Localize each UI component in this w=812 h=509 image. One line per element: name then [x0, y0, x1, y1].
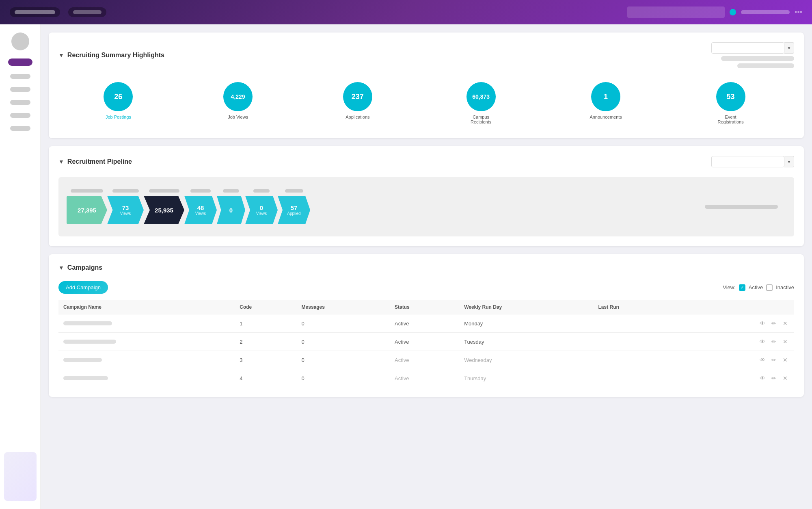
pipeline-dropdown-bar[interactable] [711, 156, 784, 167]
campaign-name-cell [58, 369, 235, 388]
chevron-down-icon[interactable]: ▼ [58, 52, 64, 58]
active-label: Active [749, 284, 763, 290]
row-actions: 👁 ✏ ✕ [685, 356, 789, 364]
view-label: View: [723, 284, 736, 290]
pipeline-bar-7 [285, 189, 303, 193]
pipeline-step-5: 0 [217, 189, 245, 224]
stat-label-announcements: Announcements [590, 115, 622, 119]
add-campaign-button[interactable]: Add Campaign [58, 281, 108, 294]
delete-icon[interactable]: ✕ [781, 319, 789, 327]
recruitment-pipeline-title-text: Recruitment Pipeline [67, 158, 132, 165]
campaign-last-run-cell [594, 333, 680, 351]
edit-icon[interactable]: ✏ [770, 319, 778, 327]
row-actions: 👁 ✏ ✕ [685, 319, 789, 327]
inactive-checkbox[interactable] [766, 284, 773, 291]
campaign-name-placeholder [63, 358, 102, 362]
stat-applications: 237 Applications [343, 82, 372, 119]
sidebar-item-3[interactable] [10, 100, 30, 105]
table-row: 2 0 Active Tuesday 👁 ✏ ✕ [58, 333, 794, 351]
view-icon[interactable]: 👁 [758, 338, 767, 346]
edit-icon[interactable]: ✏ [770, 374, 778, 382]
stat-label-applications: Applications [346, 115, 369, 119]
campaign-name-cell [58, 333, 235, 351]
pipeline-bar-3 [149, 189, 179, 193]
sidebar-item-2[interactable] [10, 87, 30, 92]
campaign-status-cell: Active [390, 333, 459, 351]
view-icon[interactable]: 👁 [758, 356, 767, 364]
view-filter: View: ✓ Active Inactive [723, 284, 794, 291]
pipeline-dropdown-arrow-icon[interactable]: ▼ [784, 156, 794, 167]
recruiting-summary-title: ▼ Recruiting Summary Highlights [58, 52, 164, 59]
stat-circle-job-postings: 26 [104, 82, 133, 111]
stat-label-job-views: Job Views [228, 115, 248, 119]
campaign-weekly-run-cell: Monday [459, 314, 593, 333]
campaigns-table: Campaign Name Code Messages Status Weekl… [58, 300, 794, 387]
edit-icon[interactable]: ✏ [770, 338, 778, 346]
col-messages: Messages [297, 300, 390, 314]
stat-job-postings: 26 Job Postings [104, 82, 133, 119]
campaign-messages-cell: 0 [297, 333, 390, 351]
pipeline-step-4: 48 Views [184, 189, 217, 224]
sidebar-item-active[interactable] [8, 58, 32, 66]
pipeline-step-1: 27,395 [67, 189, 107, 224]
nav-dot-icon [730, 9, 736, 15]
pipeline-arrow-1: 27,395 [67, 196, 107, 224]
view-icon[interactable]: 👁 [758, 374, 767, 382]
recruiting-summary-card: ▼ Recruiting Summary Highlights ▼ [49, 32, 804, 138]
campaign-name-placeholder [63, 376, 108, 380]
sidebar-item-4[interactable] [10, 113, 30, 118]
stat-circle-applications: 237 [343, 82, 372, 111]
sidebar-item-5[interactable] [10, 126, 30, 131]
nav-item-2[interactable] [68, 7, 106, 17]
campaign-code-cell: 1 [235, 314, 296, 333]
stat-campus-recipients: 60,873 Campus Recipients [463, 82, 499, 124]
campaign-messages-cell: 0 [297, 314, 390, 333]
nav-search[interactable] [627, 6, 725, 18]
recruitment-pipeline-card: ▼ Recruitment Pipeline ▼ 27,395 [49, 146, 804, 246]
edit-icon[interactable]: ✏ [770, 356, 778, 364]
row-actions: 👁 ✏ ✕ [685, 374, 789, 382]
delete-icon[interactable]: ✕ [781, 338, 789, 346]
table-header-row: Campaign Name Code Messages Status Weekl… [58, 300, 794, 314]
pipeline-dropdown[interactable]: ▼ [711, 156, 794, 167]
pipeline-step-2: 73 Views [107, 189, 144, 224]
campaign-actions-cell: 👁 ✏ ✕ [680, 351, 794, 369]
campaign-weekly-run-cell: Wednesday [459, 351, 593, 369]
inactive-label: Inactive [776, 284, 794, 290]
sidebar-decoration [4, 452, 37, 501]
table-row: 1 0 Active Monday 👁 ✏ ✕ [58, 314, 794, 333]
avatar [11, 32, 29, 50]
campaign-code-cell: 4 [235, 369, 296, 388]
campaign-weekly-run-cell: Tuesday [459, 333, 593, 351]
pipeline-arrow-6: 0 Views [245, 196, 278, 224]
table-row: 4 0 Active Thursday 👁 ✏ ✕ [58, 369, 794, 388]
campaign-name-placeholder [63, 340, 116, 344]
delete-icon[interactable]: ✕ [781, 374, 789, 382]
main-content: ▼ Recruiting Summary Highlights ▼ [41, 24, 812, 509]
nav-right-area: ••• [627, 6, 802, 18]
campaigns-chevron-icon[interactable]: ▼ [58, 264, 64, 271]
dropdown-bar[interactable] [711, 42, 784, 54]
table-row: 3 0 Active Wednesday 👁 ✏ ✕ [58, 351, 794, 369]
active-checkbox[interactable]: ✓ [739, 284, 745, 291]
campaigns-card: ▼ Campaigns Add Campaign View: ✓ Active … [49, 254, 804, 397]
recruiting-summary-dropdown[interactable]: ▼ [711, 42, 794, 54]
nav-more-icon[interactable]: ••• [795, 8, 802, 17]
dropdown-arrow-icon[interactable]: ▼ [784, 42, 794, 54]
pipeline-chevron-icon[interactable]: ▼ [58, 158, 64, 165]
summary-bar-medium [737, 63, 794, 68]
pipeline-arrow-5: 0 [217, 196, 245, 224]
pipeline-bar-4 [190, 189, 211, 193]
delete-icon[interactable]: ✕ [781, 356, 789, 364]
pipeline-bar-6 [253, 189, 270, 193]
campaign-name-cell [58, 314, 235, 333]
pipeline-arrow-4: 48 Views [184, 196, 217, 224]
sidebar-item-1[interactable] [10, 74, 30, 79]
stat-circle-event-registrations: 53 [716, 82, 745, 111]
nav-item-1[interactable] [10, 7, 60, 17]
campaign-actions-cell: 👁 ✏ ✕ [680, 369, 794, 388]
stat-label-campus-recipients: Campus Recipients [463, 115, 499, 124]
campaigns-controls: Add Campaign View: ✓ Active Inactive [58, 281, 794, 294]
view-icon[interactable]: 👁 [758, 319, 767, 327]
campaigns-header: ▼ Campaigns [58, 264, 794, 271]
